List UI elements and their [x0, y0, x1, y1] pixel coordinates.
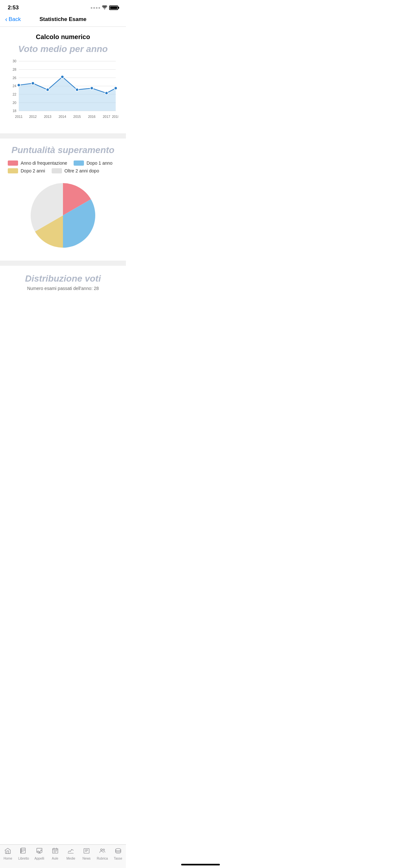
distribuzione-section: Distribuzione voti Numero esami passati … [0, 266, 126, 298]
back-button[interactable]: ‹ Back [5, 16, 21, 23]
legend-label-gray: Oltre 2 anni dopo [65, 168, 99, 174]
back-chevron-icon: ‹ [5, 16, 7, 22]
svg-text:2011: 2011 [15, 115, 23, 119]
svg-point-21 [105, 92, 108, 95]
svg-point-16 [31, 82, 35, 85]
page-content: Calcolo numerico Voto medio per anno 30 … [0, 27, 126, 323]
svg-text:2015: 2015 [73, 115, 81, 119]
legend-swatch-pink [8, 160, 18, 166]
svg-text:2014: 2014 [58, 115, 66, 119]
legend-item-gray: Oltre 2 anni dopo [52, 168, 99, 174]
signal-icon [91, 7, 100, 9]
back-label: Back [9, 16, 21, 23]
svg-text:2016: 2016 [88, 115, 96, 119]
svg-text:2018: 2018 [112, 115, 118, 119]
svg-text:2012: 2012 [29, 115, 36, 119]
legend-container: Anno di frequentazione Dopo 1 anno Dopo … [5, 160, 121, 174]
status-bar: 2:53 [0, 0, 126, 13]
legend-item-pink: Anno di frequentazione [8, 160, 67, 166]
svg-text:30: 30 [12, 59, 17, 63]
line-chart: 30 28 26 24 22 20 18 [8, 58, 118, 126]
svg-point-15 [17, 84, 20, 87]
svg-text:24: 24 [12, 84, 17, 88]
calcolo-section: Calcolo numerico Voto medio per anno 30 … [0, 27, 126, 133]
svg-point-17 [46, 88, 50, 91]
puntualita-title: Puntualità superamento [5, 145, 121, 155]
distribuzione-subtitle: Numero esami passati dell'anno: 28 [5, 286, 121, 291]
legend-item-yellow: Dopo 2 anni [8, 168, 45, 174]
svg-point-18 [61, 75, 64, 79]
legend-swatch-yellow [8, 168, 18, 174]
svg-text:2013: 2013 [44, 115, 51, 119]
line-chart-container: 30 28 26 24 22 20 18 [5, 58, 121, 133]
status-icons [91, 5, 118, 10]
svg-point-19 [75, 88, 79, 91]
wifi-icon [102, 5, 107, 10]
divider-2 [0, 260, 126, 266]
status-time: 2:53 [8, 4, 19, 11]
legend-label-blue: Dopo 1 anno [87, 160, 112, 166]
svg-text:20: 20 [12, 101, 17, 104]
svg-point-20 [90, 87, 94, 90]
legend-swatch-blue [73, 160, 84, 166]
svg-text:28: 28 [12, 68, 17, 71]
battery-icon [109, 5, 118, 10]
svg-text:26: 26 [12, 76, 17, 80]
divider-1 [0, 133, 126, 138]
nav-bar: ‹ Back Statistiche Esame [0, 13, 126, 27]
svg-text:18: 18 [12, 109, 17, 113]
legend-item-blue: Dopo 1 anno [73, 160, 112, 166]
calcolo-title: Calcolo numerico [5, 33, 121, 41]
legend-label-pink: Anno di frequentazione [21, 160, 67, 166]
puntualita-section: Puntualità superamento Anno di frequenta… [0, 138, 126, 260]
nav-title: Statistiche Esame [39, 16, 87, 23]
svg-text:2017: 2017 [103, 115, 110, 119]
svg-text:22: 22 [12, 93, 17, 96]
svg-point-22 [114, 87, 118, 90]
pie-chart [27, 180, 98, 251]
voto-medio-title: Voto medio per anno [5, 44, 121, 54]
legend-swatch-gray [52, 168, 62, 174]
pie-chart-container [5, 180, 121, 251]
legend-label-yellow: Dopo 2 anni [21, 168, 45, 174]
distribuzione-title: Distribuzione voti [5, 274, 121, 284]
